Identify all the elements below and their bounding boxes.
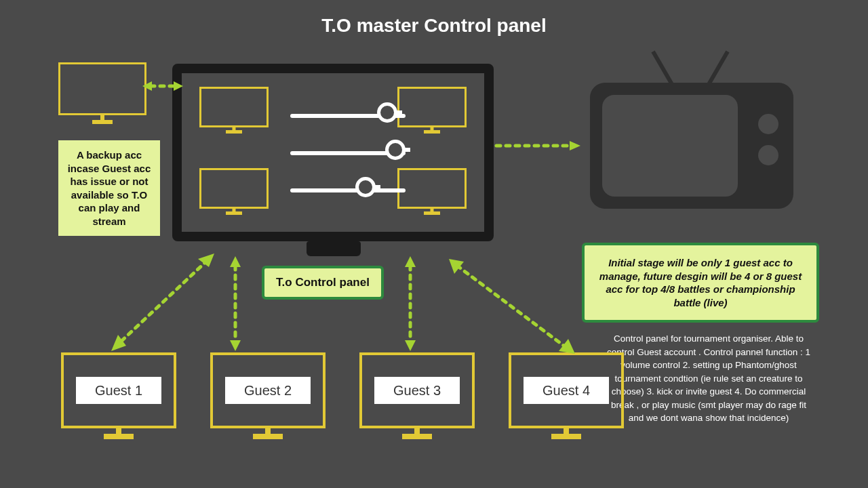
svg-marker-12 <box>405 256 416 267</box>
svg-line-14 <box>457 266 566 347</box>
guest-monitor: Guest 4 <box>509 352 624 428</box>
guest-monitor: Guest 1 <box>61 352 176 428</box>
slider-icon <box>290 114 406 118</box>
svg-marker-6 <box>198 253 214 267</box>
initial-stage-note: Initial stage will be only 1 guest acc t… <box>582 243 819 323</box>
svg-marker-7 <box>111 335 126 351</box>
svg-marker-13 <box>405 340 416 351</box>
guest-monitor: Guest 2 <box>210 352 326 428</box>
arrow-icon <box>225 256 245 351</box>
page-title: T.O master Control panel <box>0 15 868 37</box>
guest-label: Guest 3 <box>374 377 460 404</box>
arrow-icon <box>400 256 420 351</box>
explanation-text: Control panel for tournament organiser. … <box>604 332 814 425</box>
backup-monitor-icon <box>58 62 146 115</box>
guest-label: Guest 2 <box>225 377 311 404</box>
guest-label: Guest 4 <box>524 377 609 404</box>
svg-marker-15 <box>449 259 464 274</box>
master-monitor-stand <box>307 241 361 256</box>
control-panel-label: T.o Control panel <box>262 266 384 300</box>
master-monitor <box>172 64 494 241</box>
tv-icon <box>590 58 793 209</box>
svg-marker-4 <box>570 141 580 150</box>
svg-marker-16 <box>559 339 575 354</box>
svg-marker-10 <box>230 340 241 351</box>
arrow-icon <box>107 252 216 354</box>
thumb-icon <box>397 87 467 127</box>
slider-icon <box>290 188 406 192</box>
thumb-icon <box>199 87 269 127</box>
arrow-icon <box>448 256 576 358</box>
thumb-icon <box>199 168 269 209</box>
guest-label: Guest 1 <box>76 377 161 404</box>
slider-icon <box>290 151 406 155</box>
arrow-icon <box>492 136 580 156</box>
svg-marker-9 <box>230 256 241 267</box>
guest-monitor: Guest 3 <box>359 352 475 428</box>
thumb-icon <box>397 168 467 209</box>
backup-note: A backup acc incase Guest acc has issue … <box>58 140 160 236</box>
svg-line-5 <box>118 260 208 344</box>
